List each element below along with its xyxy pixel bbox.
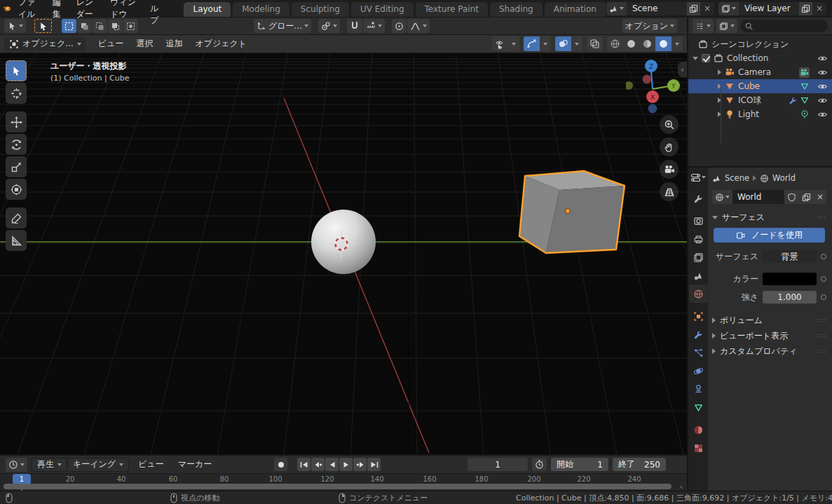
modifier-wrench-badge[interactable]	[789, 96, 798, 105]
disclosure-triangle[interactable]	[693, 57, 698, 60]
view-layer-browse-button[interactable]	[718, 2, 739, 15]
tab-view-layer-properties[interactable]	[689, 248, 707, 266]
tool-rotate[interactable]	[6, 134, 27, 155]
tab-render-properties[interactable]	[689, 212, 707, 230]
tool-annotate[interactable]	[6, 207, 27, 229]
tool-move[interactable]	[6, 111, 27, 132]
object-visibility-dropdown[interactable]	[492, 36, 508, 51]
tool-settings-dropdown[interactable]	[4, 19, 26, 33]
tab-particle-properties[interactable]	[689, 343, 707, 362]
jump-to-start-button[interactable]	[297, 458, 311, 471]
prev-keyframe-button[interactable]	[311, 458, 325, 471]
viewport-display-panel-header[interactable]: ビューポート表示∷∷	[712, 328, 826, 343]
keying-dropdown[interactable]: キーイング	[67, 458, 129, 472]
mesh-data-badge[interactable]	[800, 81, 810, 91]
tab-physics-properties[interactable]	[689, 362, 707, 380]
playback-dropdown[interactable]: 再生	[32, 458, 67, 472]
blender-logo-icon[interactable]	[3, 4, 11, 13]
world-browse-button[interactable]	[712, 190, 732, 204]
tab-constraint-properties[interactable]	[689, 380, 707, 398]
timeline-menu-marker[interactable]: マーカー	[173, 456, 217, 472]
tab-uv-editing[interactable]: UV Editing	[351, 2, 414, 17]
mode-dropdown[interactable]: オブジェク...	[4, 37, 86, 51]
tab-sculpting[interactable]: Sculpting	[292, 2, 349, 17]
scene-browse-button[interactable]	[606, 2, 627, 15]
tool-scale[interactable]	[6, 156, 27, 177]
active-tool-select-box[interactable]	[34, 19, 52, 33]
timeline-scrollbar[interactable]	[4, 484, 671, 489]
timeline-resize-arrow[interactable]: ‹	[680, 483, 683, 491]
select-mode-subtract[interactable]	[93, 19, 107, 33]
frame-end-field[interactable]: 終了250	[613, 458, 666, 471]
scene-new-copy-button[interactable]	[687, 2, 700, 15]
shading-material-button[interactable]	[639, 36, 655, 51]
viewport-zoom-button[interactable]	[660, 115, 678, 134]
shading-dropdown-caret[interactable]	[671, 36, 683, 51]
view-layer-new-copy-button[interactable]	[799, 2, 812, 15]
timeline-editor-type-dropdown[interactable]	[6, 458, 27, 472]
gizmo-axis-neg-x[interactable]	[643, 75, 652, 84]
tab-shading[interactable]: Shading	[490, 2, 543, 17]
use-preview-range-toggle[interactable]	[532, 458, 547, 471]
mesh-data-badge[interactable]	[800, 95, 810, 105]
timeline-ruler[interactable]: 20 40 60 80 100 120 140 160 180 200 220 …	[0, 473, 687, 491]
volume-panel-header[interactable]: ボリューム∷∷	[712, 313, 826, 328]
auto-keying-record-button[interactable]	[274, 458, 287, 471]
tool-measure[interactable]	[6, 230, 27, 251]
camera-data-badge[interactable]	[799, 67, 810, 78]
shading-wireframe-button[interactable]	[607, 36, 623, 51]
view-layer-remove-button[interactable]: ×	[812, 4, 826, 13]
fake-user-shield-button[interactable]	[784, 190, 799, 204]
tab-output-properties[interactable]	[689, 230, 707, 248]
decorator-dot[interactable]	[821, 276, 826, 282]
outliner-display-mode-dropdown[interactable]	[693, 19, 714, 33]
pivot-point-dropdown[interactable]	[318, 19, 340, 33]
tab-modifier-properties[interactable]	[689, 325, 707, 343]
play-button[interactable]	[339, 458, 353, 471]
hide-eye-icon[interactable]	[817, 109, 828, 120]
viewport-pan-button[interactable]	[660, 137, 678, 156]
breadcrumb-world[interactable]: World	[772, 173, 796, 183]
panel-drag-dots[interactable]: ∷∷	[818, 214, 826, 221]
outliner-item-camera[interactable]: Camera	[688, 65, 832, 79]
options-dropdown[interactable]: オプション	[622, 19, 677, 33]
tool-select-box[interactable]	[6, 60, 27, 81]
timeline-menu-view[interactable]: ビュー	[133, 456, 169, 472]
viewport-menu-select[interactable]: 選択	[130, 36, 159, 52]
transform-orientation-dropdown[interactable]: グロー...	[254, 19, 311, 33]
tab-tool-properties[interactable]	[689, 189, 707, 207]
outliner-item-cube[interactable]: Cube	[688, 79, 832, 93]
breadcrumb-scene[interactable]: Scene	[725, 173, 749, 183]
surface-panel-header[interactable]: サーフェス∷∷	[712, 210, 826, 225]
tab-texture-paint[interactable]: Texture Paint	[416, 2, 488, 17]
use-nodes-button[interactable]: ノードを使用	[714, 228, 825, 243]
visibility-dropdown-caret[interactable]	[508, 36, 519, 51]
viewport-camera-view-button[interactable]	[660, 160, 678, 179]
toggle-xray-button[interactable]	[587, 36, 603, 51]
properties-editor-type-dropdown[interactable]	[689, 170, 707, 185]
frame-start-field[interactable]: 開始1	[551, 458, 608, 471]
cube-object[interactable]	[510, 165, 631, 260]
tab-animation[interactable]: Animation	[545, 2, 606, 17]
navigation-gizmo[interactable]: Z Y X	[626, 59, 685, 118]
world-copy-button[interactable]	[799, 190, 814, 204]
disclosure-triangle[interactable]	[718, 69, 721, 75]
tab-scene-properties[interactable]	[689, 266, 707, 285]
shading-solid-button[interactable]	[623, 36, 639, 51]
viewport-menu-view[interactable]: ビュー	[92, 36, 130, 52]
next-keyframe-button[interactable]	[353, 458, 367, 471]
gizmo-axis-neg-z[interactable]	[648, 104, 657, 114]
hide-eye-icon[interactable]	[817, 81, 828, 92]
viewport-perspective-toggle-button[interactable]	[660, 182, 678, 201]
current-frame-field[interactable]: 1	[468, 458, 528, 471]
hide-eye-icon[interactable]	[817, 95, 828, 106]
outliner-scene-collection[interactable]: シーンコレクション	[688, 37, 832, 51]
outliner-filter-dropdown[interactable]	[716, 19, 737, 33]
custom-properties-panel-header[interactable]: カスタムプロパティ∷∷	[712, 343, 826, 359]
gizmo-axis-neg-y[interactable]	[626, 81, 633, 90]
tab-texture-properties[interactable]	[689, 439, 707, 457]
tool-transform[interactable]	[6, 179, 27, 200]
outliner-item-collection[interactable]: Collection	[688, 51, 832, 65]
hide-eye-icon[interactable]	[817, 53, 828, 64]
light-data-badge[interactable]	[800, 109, 810, 119]
